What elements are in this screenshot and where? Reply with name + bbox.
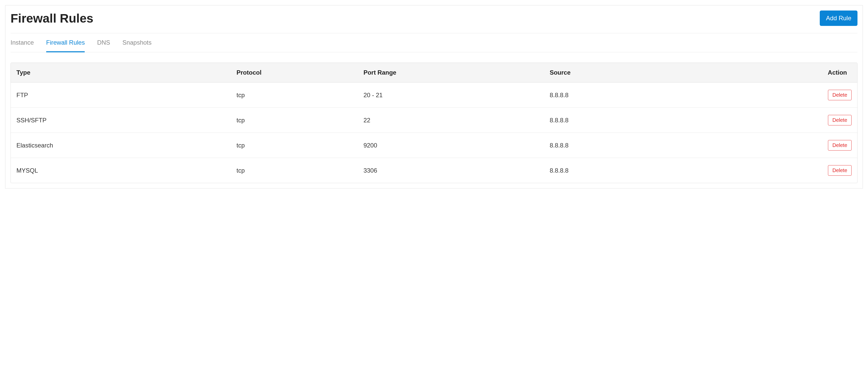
cell-protocol: tcp [231,83,358,108]
page-title: Firewall Rules [10,11,93,25]
cell-source: 8.8.8.8 [544,83,747,108]
cell-type: SSH/SFTP [11,108,231,133]
cell-port-range: 9200 [358,133,544,158]
header-row: Firewall Rules Add Rule [10,5,858,33]
table-row: Elasticsearch tcp 9200 8.8.8.8 Delete [11,133,857,158]
cell-protocol: tcp [231,133,358,158]
delete-button[interactable]: Delete [828,115,851,125]
delete-button[interactable]: Delete [828,165,851,176]
cell-port-range: 20 - 21 [358,83,544,108]
tab-instance[interactable]: Instance [10,39,34,52]
cell-port-range: 3306 [358,158,544,183]
rules-table-wrap: Type Protocol Port Range Source Action F… [10,63,858,183]
cell-type: Elasticsearch [11,133,231,158]
cell-type: MYSQL [11,158,231,183]
cell-protocol: tcp [231,108,358,133]
cell-type: FTP [11,83,231,108]
col-header-action: Action [747,63,857,83]
cell-action: Delete [747,108,857,133]
col-header-type: Type [11,63,231,83]
table-row: SSH/SFTP tcp 22 8.8.8.8 Delete [11,108,857,133]
col-header-source: Source [544,63,747,83]
delete-button[interactable]: Delete [828,90,851,100]
cell-protocol: tcp [231,158,358,183]
table-row: FTP tcp 20 - 21 8.8.8.8 Delete [11,83,857,108]
firewall-rules-panel: Firewall Rules Add Rule Instance Firewal… [5,5,863,189]
tab-snapshots[interactable]: Snapshots [122,39,151,52]
tabs: Instance Firewall Rules DNS Snapshots [10,33,858,52]
delete-button[interactable]: Delete [828,140,851,151]
rules-table: Type Protocol Port Range Source Action F… [11,63,857,183]
cell-port-range: 22 [358,108,544,133]
cell-source: 8.8.8.8 [544,158,747,183]
col-header-protocol: Protocol [231,63,358,83]
cell-action: Delete [747,133,857,158]
tab-firewall-rules[interactable]: Firewall Rules [46,39,85,52]
cell-source: 8.8.8.8 [544,108,747,133]
cell-action: Delete [747,158,857,183]
add-rule-button[interactable]: Add Rule [820,10,858,26]
table-header-row: Type Protocol Port Range Source Action [11,63,857,83]
cell-action: Delete [747,83,857,108]
tab-dns[interactable]: DNS [97,39,110,52]
col-header-port-range: Port Range [358,63,544,83]
table-row: MYSQL tcp 3306 8.8.8.8 Delete [11,158,857,183]
cell-source: 8.8.8.8 [544,133,747,158]
